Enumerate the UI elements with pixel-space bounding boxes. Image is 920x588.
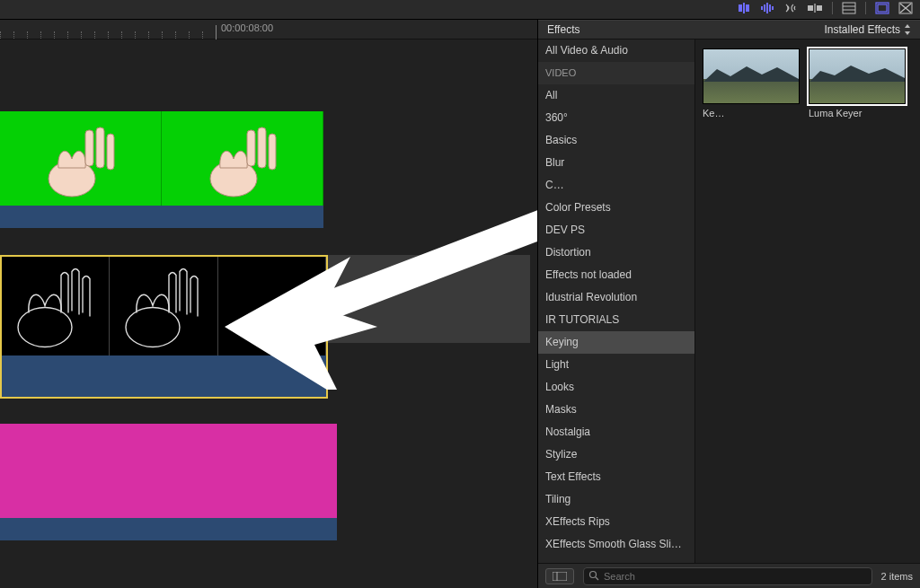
- toolbar-divider: [832, 2, 833, 14]
- effects-item-count: 2 items: [881, 571, 913, 582]
- svg-rect-19: [96, 127, 104, 168]
- effects-header: Effects Installed Effects: [538, 20, 920, 39]
- svg-rect-20: [107, 134, 114, 170]
- effects-search-input[interactable]: [583, 567, 872, 585]
- timeline-clip-outline-selected[interactable]: [0, 255, 328, 399]
- svg-rect-18: [85, 130, 93, 166]
- effects-category-item[interactable]: Looks: [538, 376, 694, 399]
- svg-rect-8: [808, 5, 813, 11]
- timeline[interactable]: 00:00:08:00: [0, 20, 537, 588]
- effect-label: Luma Keyer: [809, 108, 906, 118]
- effects-footer: 2 items: [538, 563, 920, 588]
- skimming-icon[interactable]: [737, 2, 751, 14]
- effects-category-item[interactable]: Effects not loaded: [538, 264, 694, 286]
- timeline-ruler[interactable]: 00:00:08:00: [0, 20, 537, 39]
- effects-category-list[interactable]: All Video & AudioVIDEOAll360°BasicsBlurC…: [538, 39, 695, 563]
- svg-line-32: [596, 577, 598, 580]
- effects-category-item[interactable]: XEffects Rips: [538, 511, 694, 533]
- svg-rect-11: [843, 3, 855, 13]
- svg-rect-7: [772, 6, 774, 10]
- effects-category-item[interactable]: Tiling: [538, 488, 694, 511]
- svg-rect-4: [764, 4, 765, 12]
- effects-category-item[interactable]: 360°: [538, 107, 694, 129]
- svg-rect-10: [814, 4, 816, 13]
- hand-ok-outline-icon: [2, 259, 110, 354]
- effects-category-item[interactable]: Nostalgia: [538, 421, 694, 443]
- svg-rect-29: [553, 572, 567, 581]
- svg-rect-1: [746, 4, 749, 12]
- effects-category-header: VIDEO: [538, 62, 694, 84]
- hand-ok-outline-icon: [110, 259, 217, 354]
- hand-ok-icon: [31, 114, 130, 204]
- svg-rect-9: [817, 5, 822, 11]
- svg-rect-5: [766, 3, 768, 13]
- svg-point-31: [590, 571, 597, 577]
- timeline-clip-greenscreen[interactable]: [0, 111, 323, 228]
- hand-ok-icon: [193, 114, 292, 204]
- svg-rect-24: [269, 134, 276, 170]
- transitions-browser-icon[interactable]: [898, 2, 913, 14]
- effects-category-item[interactable]: Keying: [538, 331, 694, 354]
- effects-category-item[interactable]: XEffects Smooth Glass Slid…: [538, 533, 694, 556]
- sort-icon: [904, 24, 911, 35]
- effects-category-item[interactable]: Idustrial Revolution: [538, 286, 694, 309]
- effects-title: Effects: [547, 23, 579, 36]
- timeline-empty-region[interactable]: [328, 255, 530, 343]
- effect-label: Ke…: [703, 108, 800, 118]
- installed-effects-dropdown[interactable]: Installed Effects: [825, 23, 912, 36]
- svg-rect-22: [247, 130, 255, 166]
- effects-category-item[interactable]: Masks: [538, 399, 694, 421]
- effects-thumbnail-grid: Ke… Luma Keyer: [695, 39, 920, 563]
- search-icon: [588, 570, 599, 581]
- installed-effects-label: Installed Effects: [825, 23, 901, 36]
- svg-rect-15: [878, 4, 887, 12]
- effects-category-item[interactable]: All Video & Audio: [538, 39, 694, 62]
- svg-point-26: [126, 308, 180, 347]
- svg-rect-23: [258, 127, 266, 168]
- svg-rect-3: [761, 6, 763, 10]
- effects-browser: Effects Installed Effects All Video & Au…: [537, 20, 920, 588]
- effects-category-item[interactable]: All: [538, 84, 694, 107]
- ruler-timecode: 00:00:08:00: [221, 22, 273, 33]
- top-toolbar: [0, 0, 920, 20]
- svg-point-25: [18, 308, 72, 347]
- effects-category-item[interactable]: DEV PS: [538, 219, 694, 241]
- view-toggle-button[interactable]: [545, 568, 574, 584]
- svg-rect-2: [743, 3, 745, 13]
- audio-skim-icon[interactable]: [760, 2, 774, 14]
- effects-category-item[interactable]: Stylize: [538, 443, 694, 466]
- effect-thumb-luma-keyer[interactable]: Luma Keyer: [809, 48, 906, 554]
- grid-view-icon: [553, 572, 567, 581]
- solo-icon[interactable]: [783, 2, 798, 14]
- effects-category-item[interactable]: Distortion: [538, 241, 694, 264]
- index-icon[interactable]: [842, 2, 856, 14]
- effects-category-item[interactable]: Basics: [538, 129, 694, 152]
- effects-category-item[interactable]: Blur: [538, 152, 694, 174]
- toolbar-divider-2: [865, 2, 866, 14]
- snapping-icon[interactable]: [807, 2, 823, 14]
- svg-rect-6: [769, 4, 771, 12]
- effects-category-item[interactable]: Light: [538, 354, 694, 376]
- effects-category-item[interactable]: Color Presets: [538, 197, 694, 219]
- effects-category-item[interactable]: IR TUTORIALS: [538, 309, 694, 331]
- effects-browser-icon[interactable]: [875, 2, 889, 14]
- effects-category-item[interactable]: C…: [538, 174, 694, 197]
- timeline-clip-magenta[interactable]: [0, 424, 337, 540]
- effects-category-item[interactable]: Text Effects: [538, 466, 694, 488]
- svg-rect-0: [739, 4, 742, 12]
- effect-thumb-keyer[interactable]: Ke…: [703, 48, 800, 554]
